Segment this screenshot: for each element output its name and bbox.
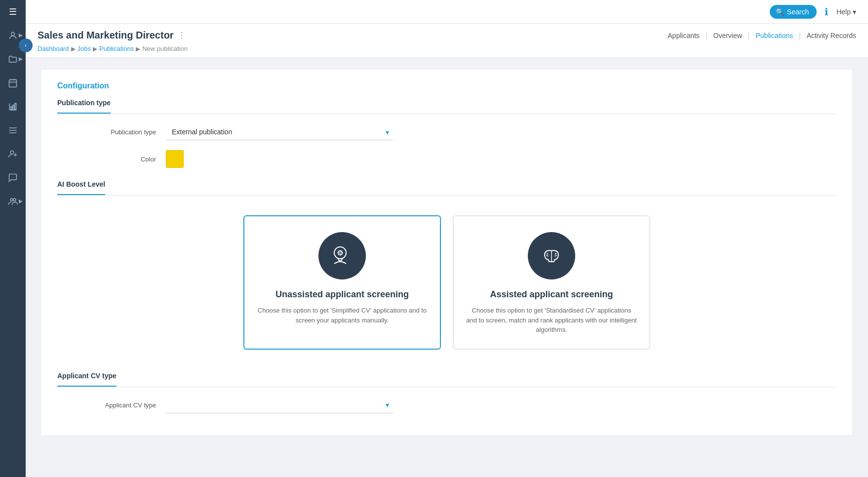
applicant-cv-type-label: Applicant CV type	[87, 401, 166, 409]
topbar: 🔍 Search ℹ Help ▾	[26, 0, 868, 24]
ai-boost-section-label: AI Boost Level	[57, 180, 105, 195]
svg-rect-9	[13, 105, 14, 110]
color-field-row: Color	[57, 150, 836, 168]
sidebar-item-chat[interactable]	[0, 166, 26, 190]
tab-overview[interactable]: Overview	[713, 32, 742, 40]
sidebar-collapse-button[interactable]: ‹	[19, 39, 33, 52]
breadcrumb-sep-1: ▶	[71, 45, 76, 52]
search-button[interactable]: 🔍 Search	[770, 5, 817, 19]
sidebar-item-list[interactable]	[0, 119, 26, 142]
breadcrumb-sep-2: ▶	[93, 45, 97, 52]
ai-card-unassisted-icon-circle	[318, 232, 366, 279]
publication-type-control: External publication Internal publicatio…	[166, 124, 393, 140]
page-header: Sales and Marketing Director ⋮ Applicant…	[26, 24, 868, 58]
page-title-row: Sales and Marketing Director ⋮	[38, 30, 186, 41]
svg-marker-19	[19, 199, 23, 203]
page-nav-tabs: Applicants | Overview | Publications | A…	[668, 32, 856, 40]
sidebar-item-group[interactable]	[0, 190, 26, 213]
svg-rect-8	[11, 107, 12, 110]
form-card: Configuration Publication type Publicati…	[41, 70, 852, 435]
ai-card-assisted-title: Assisted applicant screening	[490, 289, 613, 300]
help-label: Help	[836, 8, 851, 16]
unassisted-brain-gear-icon	[328, 242, 356, 270]
breadcrumb: Dashboard ▶ Jobs ▶ Publications ▶ New pu…	[38, 45, 856, 57]
svg-line-27	[338, 251, 339, 251]
color-swatch[interactable]	[166, 150, 184, 168]
svg-point-0	[11, 32, 15, 36]
svg-point-14	[10, 151, 14, 154]
page-title: Sales and Marketing Director	[38, 30, 174, 41]
svg-marker-2	[19, 57, 23, 61]
applicant-cv-section: Applicant CV type Applicant CV type ▾	[57, 371, 836, 413]
svg-line-30	[338, 254, 339, 255]
tab-activity-records[interactable]: Activity Records	[807, 32, 856, 40]
svg-line-29	[342, 251, 342, 251]
ai-card-unassisted-title: Unassisted applicant screening	[276, 289, 409, 300]
breadcrumb-sep-3: ▶	[136, 45, 140, 52]
breadcrumb-dashboard[interactable]: Dashboard	[38, 45, 69, 52]
ai-cards-row: Unassisted applicant screening Choose th…	[57, 205, 836, 359]
ai-card-assisted-icon-circle	[528, 232, 575, 279]
main-wrapper: 🔍 Search ℹ Help ▾ Sales and Marketing Di…	[26, 0, 868, 477]
sidebar-item-chart[interactable]	[0, 95, 26, 119]
section-title-configuration: Configuration	[57, 81, 836, 90]
svg-rect-3	[9, 80, 17, 87]
applicant-cv-type-select[interactable]	[166, 397, 393, 413]
applicant-cv-section-label: Applicant CV type	[57, 372, 117, 387]
tab-publications[interactable]: Publications	[756, 32, 793, 40]
sidebar-hamburger[interactable]: ☰	[0, 0, 26, 24]
help-button[interactable]: Help ▾	[836, 8, 856, 16]
ai-card-assisted-desc: Choose this option to get 'Standardised …	[466, 306, 637, 335]
hamburger-icon: ☰	[9, 6, 17, 17]
color-control	[166, 150, 393, 168]
publication-type-label: Publication type	[87, 128, 166, 136]
svg-rect-10	[15, 103, 16, 110]
svg-point-21	[338, 251, 342, 255]
ai-card-unassisted-desc: Choose this option to get 'Simplified CV…	[256, 306, 428, 325]
svg-point-17	[10, 199, 13, 201]
publication-type-select[interactable]: External publication Internal publicatio…	[166, 124, 393, 140]
sidebar-item-person-add[interactable]	[0, 142, 26, 166]
page-title-menu-icon[interactable]: ⋮	[178, 31, 186, 40]
color-label: Color	[87, 156, 166, 163]
content-area: Configuration Publication type Publicati…	[26, 58, 868, 477]
breadcrumb-publications[interactable]: Publications	[99, 45, 134, 52]
publication-type-section: Publication type Publication type Extern…	[57, 98, 836, 168]
chevron-down-icon: ▾	[853, 8, 856, 16]
chevron-left-icon: ‹	[25, 42, 27, 49]
sidebar-item-calendar[interactable]	[0, 71, 26, 95]
info-icon[interactable]: ℹ	[825, 6, 829, 18]
search-label: Search	[787, 8, 809, 16]
page-header-top: Sales and Marketing Director ⋮ Applicant…	[38, 30, 856, 41]
applicant-cv-type-row: Applicant CV type ▾	[57, 397, 836, 413]
svg-line-28	[342, 254, 342, 255]
tab-applicants[interactable]: Applicants	[668, 32, 700, 40]
svg-marker-1	[19, 34, 23, 38]
publication-type-field-row: Publication type External publication In…	[57, 124, 836, 140]
search-icon: 🔍	[776, 8, 784, 16]
ai-card-unassisted[interactable]: Unassisted applicant screening Choose th…	[243, 215, 441, 350]
breadcrumb-new-publication: New publication	[142, 45, 188, 52]
ai-boost-section: AI Boost Level	[57, 180, 836, 359]
sidebar: ☰	[0, 0, 26, 477]
publication-type-section-label: Publication type	[57, 99, 111, 114]
breadcrumb-jobs[interactable]: Jobs	[78, 45, 91, 52]
ai-card-assisted[interactable]: Assisted applicant screening Choose this…	[453, 215, 650, 350]
svg-point-22	[339, 252, 341, 254]
svg-point-20	[334, 247, 346, 259]
applicant-cv-type-control: ▾	[166, 397, 393, 413]
assisted-brain-icon	[538, 242, 565, 270]
svg-point-18	[13, 199, 16, 201]
